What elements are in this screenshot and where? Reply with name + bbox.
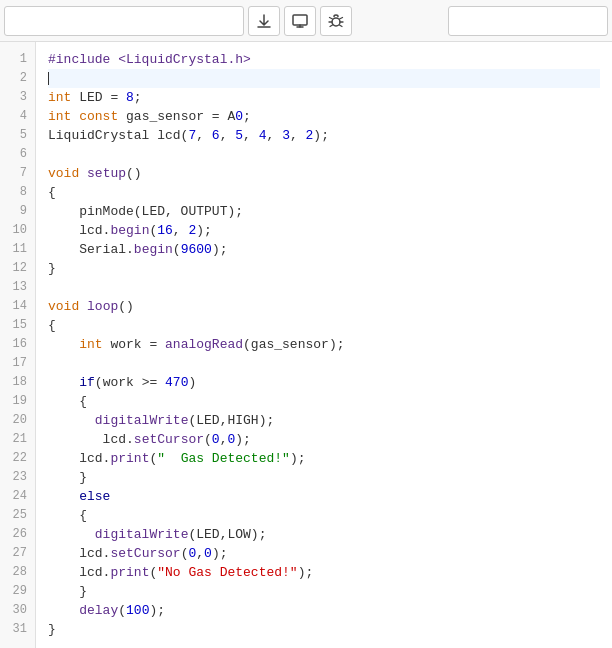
code-line <box>48 145 600 164</box>
line-number: 25 <box>0 506 35 525</box>
line-number: 13 <box>0 278 35 297</box>
code-line: if(work >= 470) <box>48 373 600 392</box>
code-line: int work = analogRead(gas_sensor); <box>48 335 600 354</box>
code-line: } <box>48 468 600 487</box>
code-line: digitalWrite(LED,HIGH); <box>48 411 600 430</box>
line-number: 8 <box>0 183 35 202</box>
code-line: { <box>48 183 600 202</box>
board-selector[interactable] <box>448 6 608 36</box>
code-line: #include <LiquidCrystal.h> <box>48 50 600 69</box>
line-number: 21 <box>0 430 35 449</box>
code-content[interactable]: #include <LiquidCrystal.h>int LED = 8;in… <box>36 42 612 648</box>
code-line: void loop() <box>48 297 600 316</box>
line-number: 30 <box>0 601 35 620</box>
bug-icon <box>327 12 345 30</box>
code-line: lcd.print(" Gas Detected!"); <box>48 449 600 468</box>
line-number: 11 <box>0 240 35 259</box>
code-line: } <box>48 582 600 601</box>
code-line: void setup() <box>48 164 600 183</box>
code-line: digitalWrite(LED,LOW); <box>48 525 600 544</box>
code-line: { <box>48 506 600 525</box>
line-number: 6 <box>0 145 35 164</box>
line-number: 23 <box>0 468 35 487</box>
line-number: 31 <box>0 620 35 639</box>
line-number: 3 <box>0 88 35 107</box>
code-line <box>48 278 600 297</box>
code-line: pinMode(LED, OUTPUT); <box>48 202 600 221</box>
download-icon <box>255 12 273 30</box>
code-line: Serial.begin(9600); <box>48 240 600 259</box>
code-line: { <box>48 392 600 411</box>
line-number: 2 <box>0 69 35 88</box>
line-numbers: 1234567891011121314151617181920212223242… <box>0 42 36 648</box>
code-line <box>48 354 600 373</box>
svg-rect-1 <box>293 15 307 25</box>
code-line: lcd.setCursor(0,0); <box>48 430 600 449</box>
code-line: lcd.begin(16, 2); <box>48 221 600 240</box>
svg-line-6 <box>340 17 343 19</box>
svg-point-4 <box>332 18 340 26</box>
code-line <box>48 69 600 88</box>
code-line: LiquidCrystal lcd(7, 6, 5, 4, 3, 2); <box>48 126 600 145</box>
code-line: delay(100); <box>48 601 600 620</box>
download-button[interactable] <box>248 6 280 36</box>
line-number: 22 <box>0 449 35 468</box>
line-number: 7 <box>0 164 35 183</box>
code-editor[interactable]: 1234567891011121314151617181920212223242… <box>0 42 612 648</box>
debug-button[interactable] <box>320 6 352 36</box>
svg-line-9 <box>330 25 333 27</box>
svg-line-5 <box>330 17 333 19</box>
toolbar <box>0 0 612 42</box>
line-number: 29 <box>0 582 35 601</box>
text-selector[interactable] <box>4 6 244 36</box>
code-line: { <box>48 316 600 335</box>
line-number: 20 <box>0 411 35 430</box>
line-number: 19 <box>0 392 35 411</box>
code-line: } <box>48 259 600 278</box>
line-number: 24 <box>0 487 35 506</box>
serial-monitor-icon <box>291 12 309 30</box>
line-number: 18 <box>0 373 35 392</box>
svg-line-10 <box>340 25 343 27</box>
line-number: 26 <box>0 525 35 544</box>
code-line: lcd.setCursor(0,0); <box>48 544 600 563</box>
line-number: 10 <box>0 221 35 240</box>
line-number: 28 <box>0 563 35 582</box>
line-number: 5 <box>0 126 35 145</box>
code-line: int LED = 8; <box>48 88 600 107</box>
line-number: 9 <box>0 202 35 221</box>
serial-monitor-button[interactable] <box>284 6 316 36</box>
line-number: 15 <box>0 316 35 335</box>
code-line: } <box>48 620 600 639</box>
line-number: 12 <box>0 259 35 278</box>
code-line: lcd.print("No Gas Detected!"); <box>48 563 600 582</box>
line-number: 16 <box>0 335 35 354</box>
line-number: 1 <box>0 50 35 69</box>
line-number: 27 <box>0 544 35 563</box>
line-number: 4 <box>0 107 35 126</box>
code-line: else <box>48 487 600 506</box>
code-line: int const gas_sensor = A0; <box>48 107 600 126</box>
line-number: 14 <box>0 297 35 316</box>
line-number: 17 <box>0 354 35 373</box>
